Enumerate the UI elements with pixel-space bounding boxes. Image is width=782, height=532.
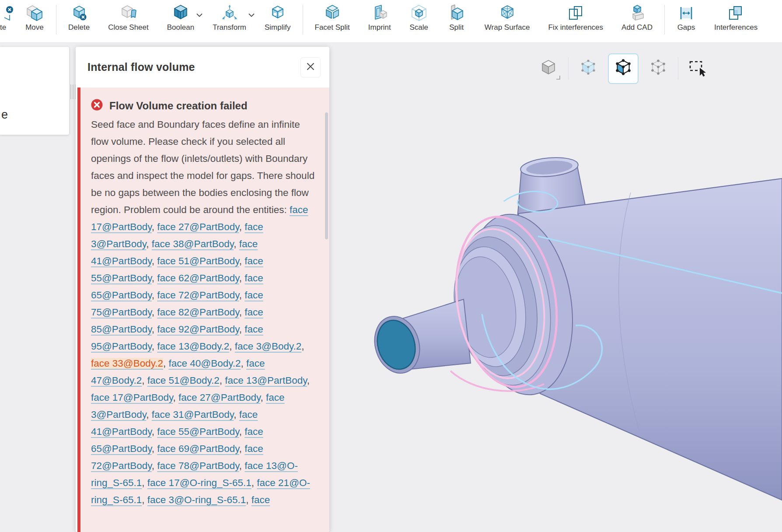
interferences-icon: [726, 4, 746, 22]
left-panel-clipped: e: [0, 47, 69, 135]
boolean-icon: [171, 4, 190, 22]
cube-selected-icon: [613, 58, 633, 80]
chevron-down-icon[interactable]: [196, 11, 202, 19]
tool-facet-split[interactable]: Facet Split: [308, 4, 356, 31]
tool-label: Delete: [68, 24, 90, 31]
tool-label: Simplify: [265, 24, 291, 31]
tool-te[interactable]: te: [0, 4, 13, 31]
dialog-title: Internal flow volume: [87, 61, 195, 74]
close-sheet-icon: [119, 4, 138, 22]
error-header: Flow Volume creation failed: [91, 99, 329, 112]
tool-label: Boolean: [167, 24, 194, 31]
entity-link[interactable]: face 55@PartBody: [157, 426, 239, 437]
fix-interferences-icon: [566, 4, 585, 22]
entity-link[interactable]: face 62@PartBody: [157, 273, 239, 284]
entity-link[interactable]: face: [251, 494, 270, 505]
dialog-header: Internal flow volume: [76, 47, 329, 88]
tool-label: Transform: [213, 24, 246, 31]
error-icon: [91, 99, 103, 112]
tool-label: Split: [449, 24, 464, 31]
tool-label: Gaps: [677, 24, 695, 31]
entity-link[interactable]: face 3@Body.2: [235, 341, 302, 352]
cad-edit-toolbar: teMoveDeleteClose SheetBooleanTransformS…: [0, 0, 782, 43]
tool-imprint[interactable]: Imprint: [362, 4, 398, 31]
select-face-button[interactable]: [608, 53, 639, 84]
model-inlet-pipe[interactable]: [368, 299, 471, 378]
entity-link[interactable]: face 27@PartBody: [157, 221, 239, 232]
view-mode-solid-button[interactable]: [536, 56, 561, 81]
entity-link[interactable]: face 69@PartBody: [157, 443, 239, 454]
cube-vertices-icon: [649, 58, 668, 79]
tool-label: Imprint: [368, 24, 391, 31]
tool-boolean[interactable]: Boolean: [161, 4, 201, 31]
tool-label: Move: [25, 24, 44, 31]
entity-link[interactable]: face 92@PartBody: [157, 324, 239, 335]
select-body-button[interactable]: [576, 56, 601, 81]
tool-move[interactable]: Move: [18, 4, 51, 31]
split-icon: [447, 4, 466, 22]
tool-scale[interactable]: Scale: [403, 4, 435, 31]
entity-link[interactable]: face 82@PartBody: [157, 307, 239, 318]
wrap-surface-icon: [498, 4, 517, 22]
tool-simplify[interactable]: Simplify: [258, 4, 297, 31]
entity-link[interactable]: face 31@PartBody: [152, 409, 234, 420]
tool-transform[interactable]: Transform: [206, 4, 253, 31]
error-message-block: Flow Volume creation failed Seed face an…: [77, 88, 329, 532]
tool-label: Facet Split: [315, 24, 350, 31]
entity-link[interactable]: face 3@O-ring_S-65.1: [147, 494, 246, 505]
entity-link[interactable]: face 13@Body.2: [157, 341, 229, 352]
dropdown-corner-icon: [556, 74, 560, 81]
tool-split[interactable]: Split: [440, 4, 473, 31]
toolbar-divider: [56, 5, 56, 35]
dialog-scrollbar-thumb[interactable]: [325, 112, 328, 239]
cad-model[interactable]: [306, 38, 782, 532]
tool-delete[interactable]: Delete: [62, 4, 96, 31]
view-toolbar: [536, 53, 711, 84]
entity-link[interactable]: face 33@Body.2: [91, 358, 163, 369]
tool-label: Interferences: [714, 24, 758, 31]
tool-label: Close Sheet: [108, 24, 149, 31]
view-toolbar-divider: [568, 57, 569, 80]
chevron-down-icon[interactable]: [248, 11, 255, 19]
tool-wrap-surface[interactable]: Wrap Surface: [478, 4, 537, 31]
dialog-close-button[interactable]: [300, 57, 321, 77]
cube-shaded-icon: [579, 58, 598, 79]
tool-close-sheet[interactable]: Close Sheet: [101, 4, 155, 31]
move-icon: [25, 4, 44, 22]
gaps-icon: [677, 4, 696, 22]
entity-link[interactable]: face 17@PartBody: [91, 392, 173, 403]
panel-resize-grip[interactable]: [70, 84, 76, 99]
tool-label: Add CAD: [621, 24, 653, 31]
error-body-text: Seed face and Boundary faces define an i…: [91, 119, 314, 215]
entity-link[interactable]: face 38@PartBody: [152, 238, 234, 249]
close-icon: [306, 62, 315, 72]
entity-links: face 17@PartBody, face 27@PartBody, face…: [91, 204, 310, 505]
tool-add-cad[interactable]: Add CAD: [615, 4, 659, 31]
tool-label: te: [0, 24, 6, 31]
marquee-icon: [688, 57, 709, 80]
entity-link[interactable]: face 40@Body.2: [169, 358, 241, 369]
transform-icon: [220, 4, 239, 22]
entity-link[interactable]: face 27@PartBody: [178, 392, 261, 403]
select-vertex-button[interactable]: [646, 56, 671, 81]
view-toolbar-divider: [678, 57, 678, 80]
tool-interferences[interactable]: Interferences: [708, 4, 764, 31]
facet-split-icon: [323, 4, 342, 22]
entity-link[interactable]: face 13@PartBody: [225, 375, 307, 386]
toolbar-divider: [303, 5, 303, 35]
marquee-select-button[interactable]: [685, 56, 711, 81]
tool-label: Scale: [410, 24, 429, 31]
entity-link[interactable]: face 78@PartBody: [157, 460, 239, 471]
entity-link[interactable]: face 51@PartBody: [157, 256, 239, 266]
entity-link[interactable]: face 51@Body.2: [147, 375, 220, 386]
tool-fix-interferences[interactable]: Fix interferences: [541, 4, 610, 31]
tool-label: Fix interferences: [548, 24, 603, 31]
tool-gaps[interactable]: Gaps: [670, 4, 702, 31]
entity-link[interactable]: face 17@O-ring_S-65.1: [147, 477, 251, 488]
imprint-icon: [370, 4, 389, 22]
entity-link[interactable]: face 72@PartBody: [157, 290, 239, 301]
toolbar-divider: [664, 5, 665, 35]
clipped-label: e: [1, 108, 8, 122]
tool-label: Wrap Surface: [485, 24, 530, 31]
simplify-icon: [268, 4, 287, 22]
